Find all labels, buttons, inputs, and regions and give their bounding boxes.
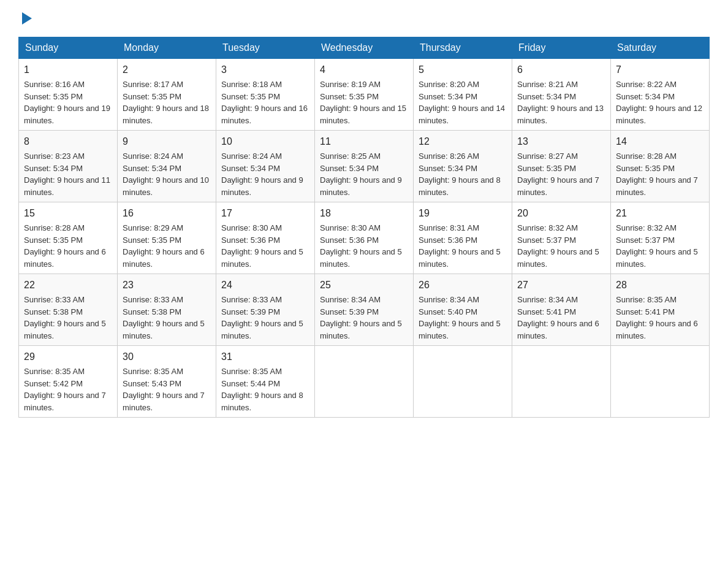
sunrise-text: Sunrise: 8:30 AM <box>320 223 381 232</box>
day-number: 30 <box>123 350 211 364</box>
sunrise-text: Sunrise: 8:27 AM <box>517 151 578 161</box>
daylight-text: Daylight: 9 hours and 6 minutes. <box>123 247 205 269</box>
calendar-cell <box>512 346 611 418</box>
daylight-text: Daylight: 9 hours and 7 minutes. <box>517 175 599 197</box>
sunrise-text: Sunrise: 8:20 AM <box>419 80 479 89</box>
calendar-cell: 18 Sunrise: 8:30 AM Sunset: 5:36 PM Dayl… <box>315 202 414 274</box>
calendar-cell: 26 Sunrise: 8:34 AM Sunset: 5:40 PM Dayl… <box>414 274 512 346</box>
calendar-cell: 27 Sunrise: 8:34 AM Sunset: 5:41 PM Dayl… <box>512 274 611 346</box>
sunset-text: Sunset: 5:43 PM <box>123 379 181 388</box>
daylight-text: Daylight: 9 hours and 5 minutes. <box>419 319 501 340</box>
calendar-cell: 12 Sunrise: 8:26 AM Sunset: 5:34 PM Dayl… <box>414 131 512 202</box>
column-header-saturday: Saturday <box>611 37 710 59</box>
sunset-text: Sunset: 5:36 PM <box>320 236 379 245</box>
column-header-monday: Monday <box>118 37 216 59</box>
daylight-text: Daylight: 9 hours and 5 minutes. <box>616 247 698 269</box>
calendar-cell: 25 Sunrise: 8:34 AM Sunset: 5:39 PM Dayl… <box>315 274 414 346</box>
day-number: 27 <box>517 278 605 293</box>
day-number: 11 <box>320 134 408 149</box>
calendar-cell: 30 Sunrise: 8:35 AM Sunset: 5:43 PM Dayl… <box>118 346 216 418</box>
calendar-cell <box>611 346 710 418</box>
day-number: 14 <box>616 134 704 149</box>
day-number: 12 <box>419 134 507 149</box>
day-number: 1 <box>24 63 112 77</box>
sunset-text: Sunset: 5:44 PM <box>221 379 280 388</box>
daylight-text: Daylight: 9 hours and 5 minutes. <box>320 247 402 269</box>
daylight-text: Daylight: 9 hours and 7 minutes. <box>24 391 106 412</box>
sunrise-text: Sunrise: 8:17 AM <box>123 80 183 89</box>
daylight-text: Daylight: 9 hours and 6 minutes. <box>517 319 599 340</box>
sunrise-text: Sunrise: 8:35 AM <box>221 367 282 376</box>
calendar-cell: 6 Sunrise: 8:21 AM Sunset: 5:34 PM Dayli… <box>512 59 611 131</box>
calendar-cell: 13 Sunrise: 8:27 AM Sunset: 5:35 PM Dayl… <box>512 131 611 202</box>
column-header-tuesday: Tuesday <box>216 37 315 59</box>
sunrise-text: Sunrise: 8:35 AM <box>123 367 183 376</box>
calendar-cell: 9 Sunrise: 8:24 AM Sunset: 5:34 PM Dayli… <box>118 131 216 202</box>
day-number: 10 <box>221 134 309 149</box>
sunrise-text: Sunrise: 8:34 AM <box>517 295 578 304</box>
day-number: 24 <box>221 278 309 293</box>
sunrise-text: Sunrise: 8:35 AM <box>24 367 85 376</box>
calendar-week-row: 8 Sunrise: 8:23 AM Sunset: 5:34 PM Dayli… <box>19 131 710 202</box>
day-number: 21 <box>616 206 704 221</box>
day-number: 22 <box>24 278 112 293</box>
calendar-cell: 4 Sunrise: 8:19 AM Sunset: 5:35 PM Dayli… <box>315 59 414 131</box>
sunrise-text: Sunrise: 8:30 AM <box>221 223 282 232</box>
daylight-text: Daylight: 9 hours and 15 minutes. <box>320 104 406 125</box>
calendar-cell: 10 Sunrise: 8:24 AM Sunset: 5:34 PM Dayl… <box>216 131 315 202</box>
sunset-text: Sunset: 5:39 PM <box>320 307 379 316</box>
sunset-text: Sunset: 5:42 PM <box>24 379 83 388</box>
calendar-cell: 2 Sunrise: 8:17 AM Sunset: 5:35 PM Dayli… <box>118 59 216 131</box>
daylight-text: Daylight: 9 hours and 12 minutes. <box>616 104 702 125</box>
calendar-cell: 21 Sunrise: 8:32 AM Sunset: 5:37 PM Dayl… <box>611 202 710 274</box>
day-number: 25 <box>320 278 408 293</box>
day-number: 18 <box>320 206 408 221</box>
daylight-text: Daylight: 9 hours and 5 minutes. <box>419 247 501 269</box>
day-number: 17 <box>221 206 309 221</box>
sunrise-text: Sunrise: 8:32 AM <box>517 223 578 232</box>
day-number: 13 <box>517 134 605 149</box>
sunrise-text: Sunrise: 8:18 AM <box>221 80 282 89</box>
day-number: 26 <box>419 278 507 293</box>
daylight-text: Daylight: 9 hours and 5 minutes. <box>221 319 303 340</box>
daylight-text: Daylight: 9 hours and 5 minutes. <box>517 247 599 269</box>
sunset-text: Sunset: 5:41 PM <box>517 307 576 316</box>
sunrise-text: Sunrise: 8:25 AM <box>320 151 381 161</box>
daylight-text: Daylight: 9 hours and 5 minutes. <box>24 319 106 340</box>
day-number: 3 <box>221 63 309 77</box>
sunset-text: Sunset: 5:35 PM <box>517 164 576 173</box>
calendar-cell: 8 Sunrise: 8:23 AM Sunset: 5:34 PM Dayli… <box>19 131 118 202</box>
day-number: 19 <box>419 206 507 221</box>
daylight-text: Daylight: 9 hours and 5 minutes. <box>221 247 303 269</box>
sunrise-text: Sunrise: 8:33 AM <box>221 295 282 304</box>
day-number: 20 <box>517 206 605 221</box>
calendar-cell: 31 Sunrise: 8:35 AM Sunset: 5:44 PM Dayl… <box>216 346 315 418</box>
sunrise-text: Sunrise: 8:34 AM <box>419 295 479 304</box>
day-number: 15 <box>24 206 112 221</box>
sunset-text: Sunset: 5:36 PM <box>221 236 280 245</box>
daylight-text: Daylight: 9 hours and 8 minutes. <box>419 175 501 197</box>
daylight-text: Daylight: 9 hours and 9 minutes. <box>320 175 402 197</box>
daylight-text: Daylight: 9 hours and 10 minutes. <box>123 175 209 197</box>
calendar-header-row: SundayMondayTuesdayWednesdayThursdayFrid… <box>19 37 710 59</box>
daylight-text: Daylight: 9 hours and 7 minutes. <box>123 391 205 412</box>
sunrise-text: Sunrise: 8:33 AM <box>24 295 85 304</box>
daylight-text: Daylight: 9 hours and 9 minutes. <box>221 175 303 197</box>
sunrise-text: Sunrise: 8:22 AM <box>616 80 677 89</box>
calendar-cell: 1 Sunrise: 8:16 AM Sunset: 5:35 PM Dayli… <box>19 59 118 131</box>
calendar-cell: 24 Sunrise: 8:33 AM Sunset: 5:39 PM Dayl… <box>216 274 315 346</box>
calendar-week-row: 29 Sunrise: 8:35 AM Sunset: 5:42 PM Dayl… <box>19 346 710 418</box>
daylight-text: Daylight: 9 hours and 7 minutes. <box>616 175 698 197</box>
calendar-cell: 29 Sunrise: 8:35 AM Sunset: 5:42 PM Dayl… <box>19 346 118 418</box>
day-number: 8 <box>24 134 112 149</box>
sunset-text: Sunset: 5:36 PM <box>419 236 477 245</box>
sunset-text: Sunset: 5:37 PM <box>517 236 576 245</box>
sunrise-text: Sunrise: 8:34 AM <box>320 295 381 304</box>
sunset-text: Sunset: 5:35 PM <box>123 236 181 245</box>
sunset-text: Sunset: 5:41 PM <box>616 307 675 316</box>
calendar-cell: 20 Sunrise: 8:32 AM Sunset: 5:37 PM Dayl… <box>512 202 611 274</box>
calendar-cell: 23 Sunrise: 8:33 AM Sunset: 5:38 PM Dayl… <box>118 274 216 346</box>
calendar-cell: 14 Sunrise: 8:28 AM Sunset: 5:35 PM Dayl… <box>611 131 710 202</box>
day-number: 2 <box>123 63 211 77</box>
sunrise-text: Sunrise: 8:19 AM <box>320 80 381 89</box>
